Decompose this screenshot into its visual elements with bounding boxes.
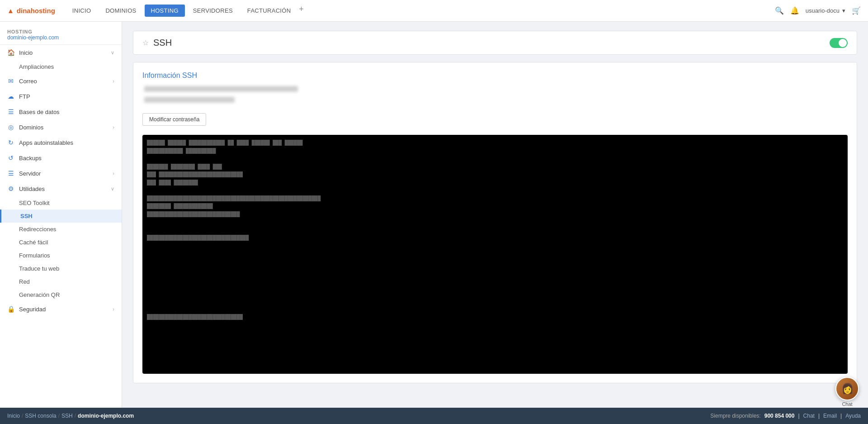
nav-link-dominios[interactable]: DOMINIOS — [99, 5, 142, 17]
user-menu[interactable]: usuario-docu ▾ — [806, 7, 845, 14]
sidebar-item-backups[interactable]: ↺ Backups — [0, 150, 122, 166]
sidebar-item-inicio[interactable]: 🏠 Inicio ∨ — [0, 45, 122, 60]
sidebar-label-redirecciones: Redirecciones — [19, 226, 56, 233]
sidebar-item-ssh[interactable]: SSH — [0, 210, 122, 223]
sidebar-domain: dominio-ejemplo.com — [7, 34, 114, 41]
terminal-line — [147, 219, 843, 226]
user-dropdown-icon: ▾ — [842, 7, 845, 14]
sidebar-label-correo: Correo — [19, 78, 37, 85]
sidebar-item-dominios[interactable]: ◎ Dominios › — [0, 119, 122, 135]
footer-sep-1: | — [798, 413, 799, 419]
sidebar-item-ftp[interactable]: ☁ FTP — [0, 89, 122, 104]
chat-label: Chat — [835, 401, 860, 407]
sep-3: / — [75, 413, 76, 419]
terminal-line: ███ ████████████████████████████ — [147, 171, 843, 179]
sidebar-item-apps[interactable]: ↻ Apps autoinstalables — [0, 135, 122, 150]
sidebar-item-seo-toolkit[interactable]: SEO Toolkit — [0, 196, 122, 210]
terminal-line — [147, 258, 843, 266]
nav-link-facturación[interactable]: FACTURACIÓN — [241, 5, 297, 17]
sidebar-header: HOSTING dominio-ejemplo.com — [0, 22, 122, 45]
breadcrumb-ssh[interactable]: SSH — [61, 413, 73, 419]
sidebar-label-red: Red — [19, 278, 30, 285]
ssh-enable-toggle[interactable] — [830, 38, 848, 48]
avatar-emoji: 👩 — [841, 383, 854, 395]
ssh-info-card: Información SSH Modificar contraseña ███… — [133, 62, 857, 383]
logo-symbol: ▲ — [7, 7, 14, 14]
sidebar-label-ftp: FTP — [19, 93, 30, 100]
nav-link-servidores[interactable]: SERVIDORES — [187, 5, 239, 17]
terminal-line: ████████████████████████████████████████… — [147, 195, 843, 203]
nav-link-hosting[interactable]: HOSTING — [145, 5, 185, 17]
sidebar-item-correo[interactable]: ✉ Correo › — [0, 73, 122, 89]
terminal-line — [147, 155, 843, 163]
mail-icon: ✉ — [7, 77, 14, 85]
footer: Inicio / SSH consola / SSH / dominio-eje… — [0, 408, 868, 424]
top-navigation: ▲ dinahosting INICIODOMINIOSHOSTINGSERVI… — [0, 0, 868, 22]
sidebar-label-backups: Backups — [19, 155, 42, 162]
support-label: Siempre disponibles: — [710, 413, 760, 419]
sidebar-item-seguridad[interactable]: 🔒 Seguridad › — [0, 301, 122, 317]
terminal-line: ████████ █████████████ — [147, 203, 843, 210]
ssh-info-row-2 — [142, 97, 848, 104]
terminal-line — [147, 282, 843, 290]
nav-plus-icon[interactable]: + — [299, 5, 304, 17]
sidebar-label-dominios: Dominios — [19, 124, 43, 131]
sidebar-label-inicio: Inicio — [19, 49, 33, 56]
breadcrumb-current: dominio-ejemplo.com — [78, 413, 134, 419]
gear-icon: ⚙ — [7, 185, 14, 192]
footer-sep-3: | — [840, 413, 842, 419]
ssh-info-value-1 — [144, 86, 298, 92]
chat-bubble[interactable]: 👩 — [835, 377, 859, 400]
ssh-terminal[interactable]: ██████ ██████ ████████████ ██ ████ █████… — [142, 135, 848, 374]
brand-name: dinahosting — [17, 7, 55, 14]
sidebar-label-bases-datos: Bases de datos — [19, 109, 60, 115]
sidebar-label-formularios: Formularios — [19, 252, 50, 259]
sidebar-item-traduce-web[interactable]: Traduce tu web — [0, 262, 122, 275]
sidebar-item-cache-facil[interactable]: Caché fácil — [0, 236, 122, 249]
sidebar-item-redirecciones[interactable]: Redirecciones — [0, 223, 122, 236]
cart-icon[interactable]: 🛒 — [852, 6, 861, 15]
chat-avatar: 👩 — [836, 378, 858, 400]
chevron-down-icon: ∨ — [111, 50, 114, 56]
search-icon[interactable]: 🔍 — [775, 6, 784, 15]
page-header: ☆ SSH — [133, 31, 857, 55]
sidebar-item-generacion-qr[interactable]: Generación QR — [0, 288, 122, 301]
notification-icon[interactable]: 🔔 — [790, 6, 799, 15]
sidebar-label-seguridad: Seguridad — [19, 306, 46, 313]
brand-logo[interactable]: ▲ dinahosting — [7, 7, 55, 14]
sidebar: HOSTING dominio-ejemplo.com 🏠 Inicio ∨ A… — [0, 22, 122, 408]
terminal-line — [147, 274, 843, 282]
sidebar-label-utilidades: Utilidades — [19, 186, 45, 192]
sidebar-item-bases-datos[interactable]: ☰ Bases de datos — [0, 104, 122, 119]
sidebar-label-generacion-qr: Generación QR — [19, 291, 60, 298]
footer-email-link[interactable]: Email — [823, 413, 837, 419]
terminal-line — [147, 266, 843, 274]
nav-right: 🔍 🔔 usuario-docu ▾ 🛒 — [775, 6, 861, 15]
sidebar-item-utilidades[interactable]: ⚙ Utilidades ∨ — [0, 181, 122, 196]
sidebar-item-servidor[interactable]: ☰ Servidor › — [0, 166, 122, 181]
terminal-line: ██████ ██████ ████████████ ██ ████ █████… — [147, 139, 843, 147]
sidebar-item-ampliaciones[interactable]: Ampliaciones — [0, 60, 122, 73]
sidebar-label-cache-facil: Caché fácil — [19, 239, 48, 246]
terminal-line: ████████████ ██████████ — [147, 148, 843, 155]
sidebar-item-formularios[interactable]: Formularios — [0, 249, 122, 262]
footer-ayuda-link[interactable]: Ayuda — [845, 413, 861, 419]
sidebar-item-red[interactable]: Red — [0, 275, 122, 288]
breadcrumb-ssh-consola[interactable]: SSH consola — [25, 413, 56, 419]
terminal-line: ███████ ████████ ████ ███ — [147, 163, 843, 171]
database-icon: ☰ — [7, 108, 14, 115]
ssh-info-row-1 — [142, 86, 848, 93]
username: usuario-docu — [806, 7, 840, 14]
sidebar-label-seo-toolkit: SEO Toolkit — [19, 200, 50, 206]
chevron-right-icon-2: › — [113, 124, 114, 130]
modify-password-button[interactable]: Modificar contraseña — [142, 113, 206, 126]
favorite-icon[interactable]: ☆ — [142, 38, 149, 47]
page-title: SSH — [153, 38, 172, 48]
ssh-info-title: Información SSH — [142, 71, 848, 80]
breadcrumb-inicio[interactable]: Inicio — [7, 413, 20, 419]
apps-icon: ↻ — [7, 139, 14, 146]
cloud-icon: ☁ — [7, 93, 14, 100]
nav-link-inicio[interactable]: INICIO — [66, 5, 98, 17]
terminal-line — [147, 306, 843, 314]
footer-chat-link[interactable]: Chat — [803, 413, 815, 419]
